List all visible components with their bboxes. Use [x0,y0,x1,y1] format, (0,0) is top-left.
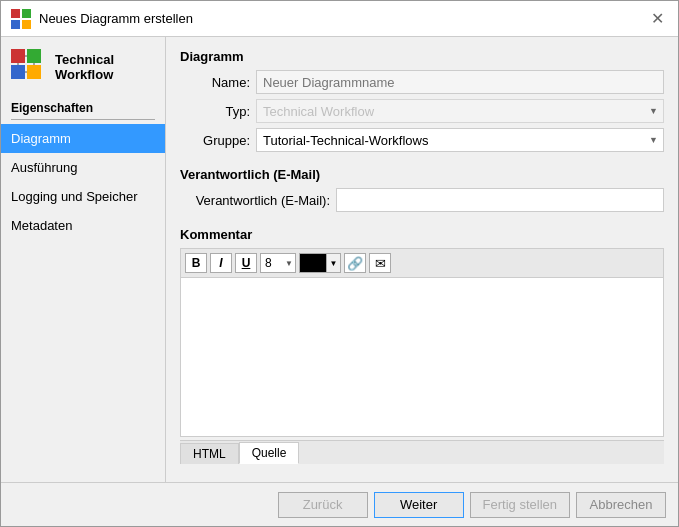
svg-rect-6 [11,65,25,79]
sidebar-item-diagramm[interactable]: Diagramm [1,124,165,153]
color-button[interactable] [299,253,327,273]
kommentar-section-title: Kommentar [180,227,664,242]
link-button[interactable]: 🔗 [344,253,366,273]
titlebar-left: Neues Diagramm erstellen [11,9,193,29]
sidebar-logo-text: Technical Workflow [55,52,114,82]
typ-select-wrapper: Technical Workflow [256,99,664,123]
gruppe-row: Gruppe: Tutorial-Technical-Workflows [180,128,664,152]
tab-html[interactable]: HTML [180,443,239,464]
close-button[interactable]: ✕ [647,9,668,29]
svg-rect-7 [27,65,41,79]
diagramm-section-title: Diagramm [180,49,664,64]
color-dropdown-arrow[interactable]: ▼ [327,253,341,273]
gruppe-select-wrapper: Tutorial-Technical-Workflows [256,128,664,152]
diagramm-section: Diagramm Name: Typ: Technical Workflow G… [180,49,664,157]
gruppe-label: Gruppe: [180,133,250,148]
footer: Zurück Weiter Fertig stellen Abbrechen [1,482,678,526]
logo-icon [11,49,47,85]
font-size-select[interactable]: 8 9 10 11 12 14 [260,253,296,273]
sidebar-divider [11,119,155,120]
name-row: Name: [180,70,664,94]
typ-label: Typ: [180,104,250,119]
verantwortlich-input[interactable] [336,188,664,212]
titlebar: Neues Diagramm erstellen ✕ [1,1,678,37]
underline-button[interactable]: U [235,253,257,273]
logo-line1: Technical [55,52,114,67]
typ-row: Typ: Technical Workflow [180,99,664,123]
sidebar-item-logging[interactable]: Logging und Speicher [1,182,165,211]
dialog-title: Neues Diagramm erstellen [39,11,193,26]
verantwortlich-section: Verantwortlich (E-Mail) Verantwortlich (… [180,167,664,217]
name-input[interactable] [256,70,664,94]
verantwortlich-section-title: Verantwortlich (E-Mail) [180,167,664,182]
svg-rect-5 [27,49,41,63]
color-btn-wrapper: ▼ [299,253,341,273]
editor-tabs: HTML Quelle [180,440,664,464]
main-content: Technical Workflow Eigenschaften Diagram… [1,37,678,482]
comment-editor[interactable] [180,277,664,437]
svg-rect-3 [22,20,31,29]
font-size-wrapper: 8 9 10 11 12 14 [260,253,296,273]
gruppe-select[interactable]: Tutorial-Technical-Workflows [256,128,664,152]
typ-select[interactable]: Technical Workflow [256,99,664,123]
dialog-icon [11,9,31,29]
svg-rect-2 [11,20,20,29]
sidebar-logo: Technical Workflow [1,37,165,95]
comment-toolbar: B I U 8 9 10 11 12 14 [180,248,664,277]
bold-button[interactable]: B [185,253,207,273]
logo-line2: Workflow [55,67,114,82]
next-button[interactable]: Weiter [374,492,464,518]
sidebar: Technical Workflow Eigenschaften Diagram… [1,37,166,482]
eigenschaften-label: Eigenschaften [1,95,165,119]
back-button[interactable]: Zurück [278,492,368,518]
sidebar-item-metadaten[interactable]: Metadaten [1,211,165,240]
name-label: Name: [180,75,250,90]
svg-rect-4 [11,49,25,63]
svg-rect-0 [11,9,20,18]
right-panel: Diagramm Name: Typ: Technical Workflow G… [166,37,678,482]
italic-button[interactable]: I [210,253,232,273]
sidebar-item-ausfuehrung[interactable]: Ausführung [1,153,165,182]
verantwortlich-row: Verantwortlich (E-Mail): [180,188,664,212]
svg-rect-1 [22,9,31,18]
cancel-button[interactable]: Abbrechen [576,492,666,518]
tab-quelle[interactable]: Quelle [239,442,300,464]
verantwortlich-label: Verantwortlich (E-Mail): [180,193,330,208]
kommentar-section: Kommentar B I U 8 9 10 11 12 14 [180,227,664,464]
email-button[interactable]: ✉ [369,253,391,273]
dialog: Neues Diagramm erstellen ✕ T [0,0,679,527]
finish-button[interactable]: Fertig stellen [470,492,570,518]
